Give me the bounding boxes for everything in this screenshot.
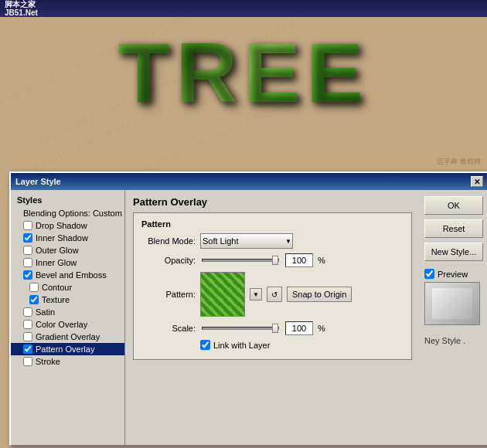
opacity-label: Opacity: <box>141 256 196 265</box>
site-logo-line1: 脚本之家 <box>5 0 38 8</box>
opacity-input[interactable] <box>285 253 313 267</box>
style-outer-glow[interactable]: Outer Glow <box>11 244 124 256</box>
bevel-emboss-checkbox[interactable] <box>23 270 32 280</box>
blending-options-label: Blending Options: Custom <box>23 209 122 218</box>
ok-button[interactable]: OK <box>424 196 483 215</box>
satin-checkbox[interactable] <box>23 307 32 317</box>
blend-mode-dropdown-wrapper: Soft Light Normal Multiply Screen Overla… <box>200 233 293 249</box>
drop-shadow-label: Drop Shadow <box>36 221 87 230</box>
drop-shadow-checkbox[interactable] <box>23 221 32 230</box>
scale-percent: % <box>318 324 325 333</box>
outer-glow-checkbox[interactable] <box>23 246 32 255</box>
scale-input[interactable] <box>285 321 313 335</box>
preview-box <box>424 282 480 325</box>
section-title: Pattern Overlay <box>133 196 412 208</box>
blend-mode-label: Blend Mode: <box>141 236 196 246</box>
style-inner-shadow[interactable]: Inner Shadow <box>11 232 124 244</box>
style-inner-glow[interactable]: Inner Glow <box>11 256 124 269</box>
style-blending-options[interactable]: Blending Options: Custom <box>11 207 124 219</box>
subsection-title: Pattern <box>141 219 404 229</box>
bevel-emboss-label: Bevel and Emboss <box>36 270 107 280</box>
blend-mode-select[interactable]: Soft Light Normal Multiply Screen Overla… <box>200 233 293 249</box>
link-with-layer-label: Link with Layer <box>213 341 270 350</box>
gradient-overlay-checkbox[interactable] <box>23 332 32 341</box>
dialog-body: Styles Blending Options: Custom Drop Sha… <box>11 190 487 445</box>
inner-glow-checkbox[interactable] <box>23 258 32 267</box>
opacity-slider-thumb[interactable] <box>272 256 278 265</box>
opacity-slider-track[interactable] <box>202 259 279 262</box>
dialog-titlebar: Layer Style ✕ <box>11 173 487 190</box>
color-overlay-checkbox[interactable] <box>23 320 32 329</box>
credit-text: 活字典 教程网 <box>437 157 481 167</box>
pattern-overlay-checkbox[interactable] <box>23 344 32 354</box>
link-with-layer-checkbox[interactable] <box>200 340 210 350</box>
color-overlay-label: Color Overlay <box>36 320 87 329</box>
blend-mode-row: Blend Mode: Soft Light Normal Multiply S… <box>141 233 404 249</box>
style-stroke[interactable]: Stroke <box>11 355 124 368</box>
scale-slider-track[interactable] <box>202 327 279 330</box>
preview-label: Preview <box>438 270 468 279</box>
scale-label: Scale: <box>141 324 196 333</box>
style-gradient-overlay[interactable]: Gradient Overlay <box>11 331 124 343</box>
reset-button[interactable]: Reset <box>424 219 483 238</box>
stroke-checkbox[interactable] <box>23 357 32 366</box>
pattern-refresh-button[interactable]: ↺ <box>267 287 282 302</box>
inner-shadow-label: Inner Shadow <box>36 233 88 243</box>
inner-shadow-checkbox[interactable] <box>23 233 32 243</box>
pattern-subsection: Pattern Blend Mode: Soft Light Normal Mu… <box>133 212 412 360</box>
style-pattern-overlay[interactable]: Pattern Overlay <box>11 343 124 355</box>
texture-checkbox[interactable] <box>29 295 39 304</box>
scale-slider-thumb[interactable] <box>272 324 278 333</box>
dialog-title: Layer Style <box>15 177 61 186</box>
contour-checkbox[interactable] <box>29 283 39 292</box>
outer-glow-label: Outer Glow <box>36 246 79 255</box>
style-bevel-emboss[interactable]: Bevel and Emboss <box>11 269 124 281</box>
scale-row: Scale: % <box>141 321 404 335</box>
satin-label: Satin <box>36 307 55 317</box>
preview-box-inner <box>432 288 472 319</box>
site-logo: 脚本之家 JB51.Net <box>5 0 38 17</box>
layer-style-dialog: Layer Style ✕ Styles Blending Options: C… <box>9 171 487 446</box>
dialog-close-button[interactable]: ✕ <box>471 176 483 187</box>
pattern-label: Pattern: <box>141 290 196 299</box>
style-drop-shadow[interactable]: Drop Shadow <box>11 219 124 232</box>
styles-panel: Styles Blending Options: Custom Drop Sha… <box>11 190 125 445</box>
main-content: Pattern Overlay Pattern Blend Mode: Soft… <box>125 190 420 445</box>
opacity-row: Opacity: % <box>141 253 404 267</box>
link-with-layer-row: Link with Layer <box>200 340 404 350</box>
new-style-area: Ney Style . <box>424 336 483 345</box>
pattern-preview <box>200 272 245 317</box>
pattern-row: Pattern: ▼ ↺ Snap to Origin <box>141 272 404 317</box>
texture-label: Texture <box>42 295 70 304</box>
opacity-percent: % <box>318 256 325 265</box>
canvas-area: 脚本之家 JB51.Net PSD-DUDE.COM PSD-DUDE.COM … <box>0 0 487 170</box>
style-texture[interactable]: Texture <box>11 294 124 306</box>
stroke-label: Stroke <box>36 357 60 366</box>
preview-checkbox-row: Preview <box>424 269 483 279</box>
snap-to-origin-button[interactable]: Snap to Origin <box>287 287 352 302</box>
new-style-button[interactable]: New Style... <box>424 243 483 261</box>
style-color-overlay[interactable]: Color Overlay <box>11 318 124 331</box>
top-bar: 脚本之家 JB51.Net <box>0 0 487 17</box>
styles-panel-header: Styles <box>11 193 124 207</box>
gradient-overlay-label: Gradient Overlay <box>36 332 100 341</box>
style-contour[interactable]: Contour <box>11 281 124 294</box>
preview-checkbox[interactable] <box>424 269 434 279</box>
preview-area: Preview <box>424 269 483 325</box>
pattern-overlay-label: Pattern Overlay <box>36 344 94 354</box>
new-style-area-label: Ney Style . <box>424 336 465 345</box>
site-logo-line2: JB51.Net <box>5 8 38 17</box>
right-buttons-panel: OK Reset New Style... Preview Ney Style … <box>420 190 487 445</box>
pattern-dropdown-button[interactable]: ▼ <box>250 288 262 300</box>
inner-glow-label: Inner Glow <box>36 258 77 267</box>
tree-text: TREE <box>117 23 369 121</box>
contour-label: Contour <box>42 283 72 292</box>
style-satin[interactable]: Satin <box>11 306 124 318</box>
